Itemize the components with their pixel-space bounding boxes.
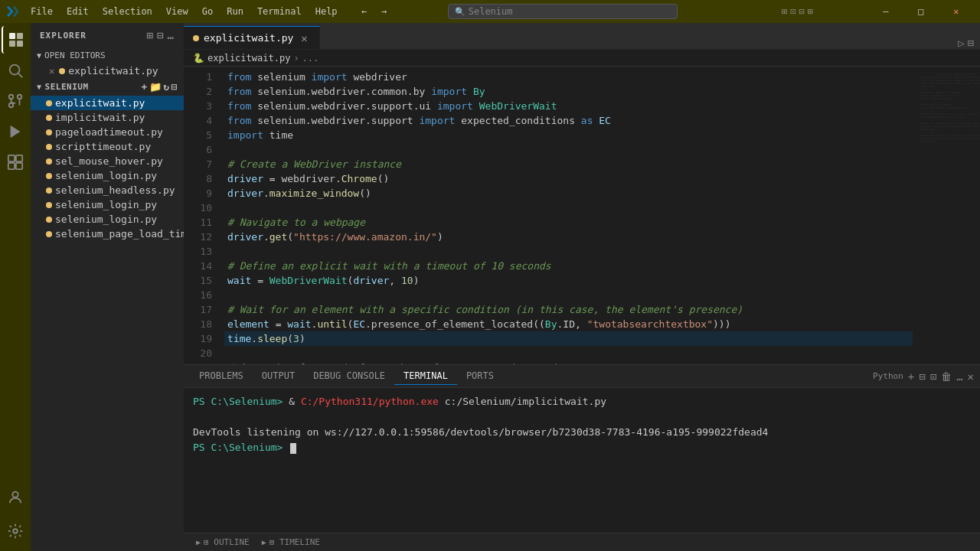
file-name: selenium_login.py — [55, 170, 157, 181]
selenium-section-header[interactable]: ▼ SELENIUM + 📁 ↻ ⊟ — [31, 78, 184, 96]
breadcrumb-more: ... — [302, 53, 319, 64]
file-dot-icon — [46, 100, 52, 106]
file-item-1[interactable]: implicitwait.py — [31, 110, 184, 125]
timeline-section[interactable]: ▶ ⊞ TIMELINE — [256, 536, 326, 549]
kill-terminal-icon[interactable]: 🗑 — [941, 370, 952, 383]
python-label: Python — [873, 371, 903, 381]
terminal-content[interactable]: PS C:\Selenium> & C:/Python311/python.ex… — [184, 388, 980, 533]
refresh-icon[interactable]: ↻ — [163, 81, 169, 93]
tab-debug-console[interactable]: DEBUG CONSOLE — [304, 367, 394, 385]
menu-file[interactable]: File — [24, 5, 59, 18]
file-name: explicitwait.py — [55, 97, 145, 109]
terminal-layout-icon[interactable]: ⊡ — [930, 370, 936, 383]
terminal-more-icon[interactable]: … — [956, 370, 962, 383]
line-number: 17 — [184, 302, 212, 317]
new-file-selenium-icon[interactable]: + — [142, 81, 148, 93]
tab-close-button[interactable]: ✕ — [298, 32, 310, 44]
line-number: 12 — [184, 230, 212, 244]
code-line — [224, 244, 913, 259]
activity-explorer[interactable] — [2, 26, 29, 54]
layout-icon-2[interactable]: ⊡ — [790, 6, 795, 17]
file-dot-icon — [46, 231, 52, 237]
tab-problems[interactable]: PROBLEMS — [190, 367, 253, 385]
menu-terminal[interactable]: Terminal — [251, 5, 308, 18]
split-editor-icon[interactable]: ⊟ — [968, 37, 974, 49]
chevron-right-icon-timeline: ▶ — [262, 538, 266, 546]
sidebar-header-icons: ⊞ ⊟ … — [147, 29, 175, 41]
file-item-6[interactable]: selenium_headless.py — [31, 183, 184, 197]
open-editor-file[interactable]: ✕ explicitwait.py — [31, 64, 184, 78]
menu-view[interactable]: View — [160, 5, 194, 18]
close-button[interactable]: ✕ — [939, 0, 974, 23]
file-name: scripttimeout.py — [55, 141, 151, 152]
outline-section[interactable]: ▶ ⊞ OUTLINE — [190, 536, 256, 549]
file-item-9[interactable]: selenium_page_load_tim... — [31, 227, 184, 241]
open-editors-label: OPEN EDITORS — [44, 51, 105, 60]
minimize-button[interactable]: — — [868, 0, 903, 23]
menu-selection[interactable]: Selection — [96, 5, 158, 18]
layout-icon-4[interactable]: ⊞ — [808, 6, 813, 17]
file-item-2[interactable]: pageloadtimeout.py — [31, 125, 184, 139]
code-line — [224, 201, 913, 215]
tab-terminal[interactable]: TERMINAL — [394, 367, 457, 385]
search-label: Selenium — [469, 6, 513, 17]
more-icon[interactable]: … — [168, 29, 175, 41]
active-tab[interactable]: explicitwait.py ✕ — [184, 26, 320, 49]
tab-output[interactable]: OUTPUT — [253, 367, 304, 385]
menu-edit[interactable]: Edit — [60, 5, 95, 18]
file-item-7[interactable]: selenium_login_py — [31, 197, 184, 212]
breadcrumb-file[interactable]: explicitwait.py — [207, 53, 290, 64]
code-line: # Create a WebDriver instance — [224, 157, 913, 171]
tab-ports[interactable]: PORTS — [457, 367, 503, 385]
file-name: selenium_headless.py — [55, 184, 175, 196]
file-item-3[interactable]: scripttimeout.py — [31, 139, 184, 154]
editor-area: explicitwait.py ✕ ▷ ⊟ 🐍 explicitwait.py … — [184, 23, 980, 551]
activity-settings[interactable] — [2, 517, 29, 545]
file-item-4[interactable]: sel_mouse_hover.py — [31, 154, 184, 168]
open-editors-header[interactable]: ▼ OPEN EDITORS — [31, 47, 184, 64]
activity-git[interactable] — [2, 87, 29, 115]
activity-account[interactable] — [2, 484, 29, 511]
new-file-icon[interactable]: ⊞ — [147, 29, 154, 41]
file-item-5[interactable]: selenium_login.py — [31, 168, 184, 183]
line-numbers: 123456789101112131415161718192021222324 — [184, 67, 218, 364]
new-folder-icon[interactable]: 📁 — [149, 81, 162, 93]
file-item-0[interactable]: explicitwait.py — [31, 96, 184, 110]
layout-icon-3[interactable]: ⊟ — [799, 6, 804, 17]
run-icon[interactable]: ▷ — [958, 37, 964, 49]
activity-search[interactable] — [2, 57, 29, 84]
code-area[interactable]: from selenium import webdriverfrom selen… — [218, 67, 919, 364]
svg-point-6 — [9, 95, 14, 99]
svg-rect-13 — [16, 163, 22, 169]
terminal-line-prompt: PS C:\Selenium> — [193, 440, 971, 455]
window-controls: — □ ✕ — [868, 0, 974, 23]
line-number: 8 — [184, 171, 212, 186]
code-line: from selenium.webdriver.support import e… — [224, 113, 913, 128]
file-close-icon[interactable]: ✕ — [49, 66, 54, 77]
breadcrumb: 🐍 explicitwait.py › ... — [184, 50, 980, 67]
terminal-line-blank — [193, 409, 971, 425]
nav-forward[interactable]: → — [376, 3, 393, 20]
file-dot-icon — [46, 217, 52, 223]
code-line: # Wait for an element with a specific co… — [224, 302, 913, 317]
split-terminal-icon[interactable]: ⊟ — [919, 370, 925, 383]
menu-go[interactable]: Go — [196, 5, 219, 18]
minimap: from selenium import webdriver from sele… — [919, 67, 980, 364]
file-dot-icon — [46, 202, 52, 208]
search-box[interactable]: 🔍 Selenium — [448, 4, 678, 19]
code-line: from selenium.webdriver.support.ui impor… — [224, 99, 913, 113]
collapse-all-icon[interactable]: ⊟ — [172, 81, 178, 93]
close-terminal-icon[interactable]: ✕ — [968, 370, 974, 383]
nav-back[interactable]: ← — [356, 3, 373, 20]
code-line: element = wait.until(EC.presence_of_elem… — [224, 317, 913, 331]
line-number: 6 — [184, 142, 212, 157]
collapse-icon[interactable]: ⊟ — [157, 29, 164, 41]
activity-extensions[interactable] — [2, 148, 29, 176]
menu-run[interactable]: Run — [220, 5, 250, 18]
maximize-button[interactable]: □ — [903, 0, 939, 23]
layout-icon-1[interactable]: ⊞ — [782, 6, 787, 17]
activity-debug[interactable] — [2, 118, 29, 145]
menu-help[interactable]: Help — [309, 5, 344, 18]
add-terminal-icon[interactable]: + — [908, 370, 914, 383]
file-item-8[interactable]: selenium_login.py — [31, 212, 184, 227]
